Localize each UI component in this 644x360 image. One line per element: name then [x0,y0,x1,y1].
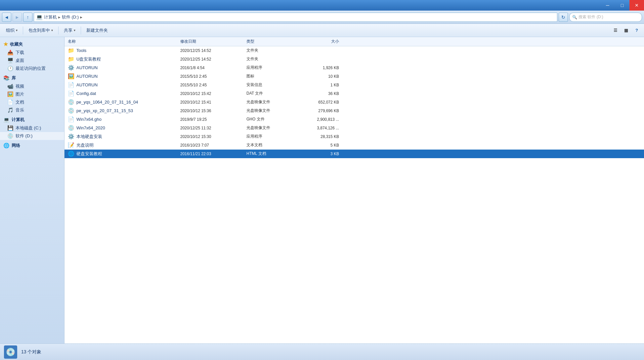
sidebar-item-desktop[interactable]: 🖥️ 桌面 [0,57,64,65]
toolbar: 组织 ▾ 包含到库中 ▾ 共享 ▾ 新建文件夹 ☰ ▦ ? [0,24,644,37]
sidebar: ★ 收藏夹 📥 下载 🖥️ 桌面 🕐 最近访问的位置 📚 库 📹 [0,37,64,343]
minimize-button[interactable]: ─ [600,0,615,11]
file-name: pe_yqs_xp_20_07_31_15_53 [76,108,180,113]
sidebar-local-c-label: 本地磁盘 (C:) [16,125,41,131]
back-button[interactable]: ◄ [2,13,11,22]
table-row[interactable]: 📄 Config.dat 2020/10/12 15:42 DAT 文件 36 … [64,89,644,98]
close-button[interactable]: ✕ [629,0,644,11]
table-row[interactable]: 📄 Win7x64.gho 2019/9/7 19:25 GHO 文件 2,90… [64,115,644,124]
file-size: 36 KB [299,91,339,96]
file-size: 1,926 KB [299,66,339,70]
sidebar-item-software-d[interactable]: 💿 软件 (D:) [0,132,64,140]
col-header-date[interactable]: 修改日期 [180,39,246,44]
sidebar-doc-label: 文档 [16,99,24,105]
file-type: 文件夹 [246,56,299,62]
library-button[interactable]: 包含到库中 ▾ [25,25,56,36]
col-header-size[interactable]: 大小 [299,39,339,44]
col-header-type[interactable]: 类型 [246,39,299,44]
sidebar-network-label: 网络 [12,143,20,149]
file-type: GHO 文件 [246,116,299,122]
file-type: 安装信息 [246,82,299,88]
share-label: 共享 [64,27,72,33]
sidebar-favorites-header[interactable]: ★ 收藏夹 [0,40,64,49]
sidebar-computer-label: 计算机 [12,117,24,123]
file-icon: ⚙️ [68,133,74,140]
table-row[interactable]: 📄 AUTORUN 2015/5/10 2:45 安装信息 1 KB [64,81,644,89]
up-button[interactable]: ↑ [23,13,32,22]
table-row[interactable]: 📝 光盘说明 2016/10/23 7:07 文本文档 5 KB [64,141,644,150]
table-row[interactable]: 🖼️ AUTORUN 2015/5/10 2:45 图标 10 KB [64,72,644,81]
table-row[interactable]: 💿 pe_yqs_xp_20_07_31_15_53 2020/10/12 15… [64,107,644,115]
file-date: 2019/9/7 19:25 [180,117,246,122]
file-date: 2016/11/21 22:03 [180,152,246,156]
file-icon: 📁 [68,56,74,62]
help-button[interactable]: ? [632,26,641,35]
breadcrumb-computer[interactable]: 计算机 [44,14,57,20]
sidebar-network-header[interactable]: 🌐 网络 [0,141,64,150]
col-header-name[interactable]: 名称 [68,39,180,44]
sidebar-library-section: 📚 库 📹 视频 🖼️ 图片 📄 文档 🎵 音乐 [0,74,64,114]
share-dropdown-icon: ▾ [74,28,75,32]
file-type: HTML 文档 [246,151,299,157]
content-area: 名称 修改日期 类型 大小 📁 Tools 2020/12/25 14:52 文… [64,37,644,343]
file-date: 2020/10/12 15:41 [180,100,246,105]
sidebar-item-music[interactable]: 🎵 音乐 [0,106,64,114]
view-details-button[interactable]: ▦ [622,26,631,35]
sidebar-item-image[interactable]: 🖼️ 图片 [0,90,64,98]
organize-dropdown-icon: ▾ [16,28,18,32]
toolbar-sep-3 [81,26,81,34]
table-row[interactable]: 💿 pe_yqs_1064_20_07_31_16_04 2020/10/12 … [64,98,644,107]
maximize-button[interactable]: □ [615,0,629,11]
file-icon: ⚙️ [68,65,74,71]
drive-d-icon: 💿 [7,133,14,139]
sidebar-item-doc[interactable]: 📄 文档 [0,98,64,106]
forward-button[interactable]: ► [13,13,22,22]
status-drive-icon: 💿 [6,347,16,357]
library-dropdown-icon: ▾ [51,28,53,32]
table-row[interactable]: 📁 Tools 2020/12/25 14:52 文件夹 [64,46,644,55]
breadcrumb: 计算机 ► 软件 (D:) ► [44,14,83,20]
sidebar-music-label: 音乐 [16,107,24,113]
statusbar: 💿 13 个对象 [0,343,644,360]
sidebar-item-video[interactable]: 📹 视频 [0,82,64,90]
doc-icon: 📄 [7,99,14,105]
file-date: 2020/10/12 15:30 [180,134,246,139]
column-headers: 名称 修改日期 类型 大小 [64,37,644,46]
share-button[interactable]: 共享 ▾ [61,25,79,36]
refresh-button[interactable]: ↻ [559,13,568,22]
sidebar-item-recent[interactable]: 🕐 最近访问的位置 [0,65,64,72]
view-list-button[interactable]: ☰ [611,26,620,35]
table-row[interactable]: 💿 Win7x64_2020 2020/12/25 11:32 光盘映像文件 3… [64,124,644,132]
titlebar-buttons: ─ □ ✕ [600,0,644,11]
file-type: 光盘映像文件 [246,99,299,105]
file-icon: 📄 [68,90,74,97]
sidebar-computer-header[interactable]: 💻 计算机 [0,115,64,124]
table-row[interactable]: ⚙️ AUTORUN 2016/1/8 4:54 应用程序 1,926 KB [64,64,644,72]
file-date: 2016/10/23 7:07 [180,143,246,148]
address-box[interactable]: 💻 计算机 ► 软件 (D:) ► [34,13,557,22]
video-icon: 📹 [7,83,14,89]
file-list: 📁 Tools 2020/12/25 14:52 文件夹 📁 U盘安装教程 20… [64,46,644,343]
file-type: 光盘映像文件 [246,108,299,113]
file-date: 2016/1/8 4:54 [180,66,246,70]
breadcrumb-sep-1: ► [58,15,61,19]
file-name: 硬盘安装教程 [76,151,180,157]
file-type: 图标 [246,73,299,79]
sidebar-video-label: 视频 [16,83,24,89]
table-row[interactable]: 🌐 硬盘安装教程 2016/11/21 22:03 HTML 文档 3 KB [64,150,644,158]
sidebar-item-local-c[interactable]: 💾 本地磁盘 (C:) [0,124,64,132]
library-icon: 📚 [3,75,10,81]
image-icon: 🖼️ [7,91,14,97]
search-box[interactable]: 🔍 搜索 软件 (D:) [569,13,642,22]
sidebar-library-header[interactable]: 📚 库 [0,74,64,82]
status-icon: 💿 [4,345,17,359]
breadcrumb-drive[interactable]: 软件 (D:) [62,14,79,20]
table-row[interactable]: 📁 U盘安装教程 2020/12/25 14:52 文件夹 [64,55,644,64]
new-folder-button[interactable]: 新建文件夹 [83,25,111,36]
sidebar-favorites-label: 收藏夹 [10,41,23,47]
organize-button[interactable]: 组织 ▾ [3,25,21,36]
sidebar-item-downloads[interactable]: 📥 下载 [0,49,64,57]
table-row[interactable]: ⚙️ 本地硬盘安装 2020/10/12 15:30 应用程序 28,315 K… [64,132,644,141]
file-size: 279,696 KB [299,109,339,113]
file-date: 2020/10/12 15:42 [180,91,246,96]
